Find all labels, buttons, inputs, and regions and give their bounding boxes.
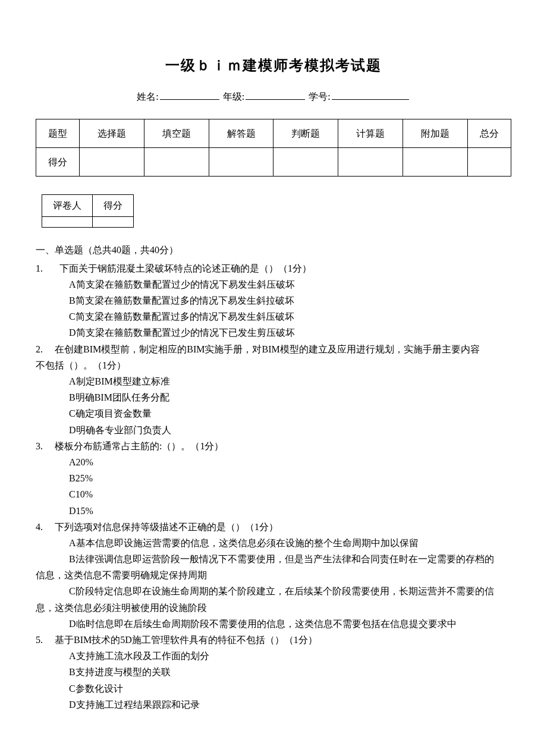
q4-option-b: B法律强调信息即运营阶段一般情况下不需要使用，但是当产生法律和合同责任时在一定需… xyxy=(36,551,511,567)
q5-option-d: D支持施工过程结果跟踪和记录 xyxy=(36,697,511,713)
q2-option-d: D明确各专业部门负责人 xyxy=(36,422,511,438)
q1-option-c: C简支梁在箍筋数量配置过多的情况下易发生斜压破坏 xyxy=(36,308,511,325)
grade-label: 年级: xyxy=(223,92,244,102)
q3-option-d: D15% xyxy=(36,503,511,519)
col-header: 计算题 xyxy=(338,119,403,147)
name-label: 姓名: xyxy=(137,92,158,102)
score-cell[interactable] xyxy=(80,148,144,177)
q1-stem: 下面关于钢筋混凝土梁破坏特点的论述正确的是（）（1分） xyxy=(59,263,312,273)
question-2: 2. 在创建BIM模型前，制定相应的BIM实施手册，对BIM模型的建立及应用进行… xyxy=(36,341,511,357)
q4-option-c-cont: 息，这类信息必须注明被使用的设施阶段 xyxy=(36,600,511,616)
student-info-line: 姓名: 年级: 学号: xyxy=(36,89,511,105)
q1-option-d: D简支梁在箍筋数量配置过少的情况下已发生剪压破坏 xyxy=(36,325,511,341)
q1-option-a: A简支梁在箍筋数量配置过少的情况下易发生斜压破坏 xyxy=(36,276,511,292)
q5-option-b: B支持进度与模型的关联 xyxy=(36,664,511,680)
q2-number: 2. xyxy=(36,341,52,357)
score-cell[interactable] xyxy=(144,148,209,177)
q4-option-c: C阶段特定信息即在设施生命周期的某个阶段建立，在后续某个阶段需要使用，长期运营并… xyxy=(36,583,511,599)
score-cell[interactable] xyxy=(338,148,403,177)
q4-number: 4. xyxy=(36,519,52,535)
grader-label: 评卷人 xyxy=(42,195,93,216)
q2-option-c: C确定项目资金数量 xyxy=(36,405,511,421)
q3-option-a: A20% xyxy=(36,454,511,470)
q1-number: 1. xyxy=(36,260,52,276)
col-header: 选择题 xyxy=(80,119,144,147)
question-3: 3. 楼板分布筋通常占主筋的:（）。（1分） xyxy=(36,438,511,454)
col-header: 总分 xyxy=(467,119,511,147)
q4-stem: 下列选项对信息保持等级描述不正确的是（）（1分） xyxy=(55,522,278,532)
score-cell[interactable] xyxy=(274,148,338,177)
q4-option-a: A基本信息即设施运营需要的信息，这类信息必须在设施的整个生命周期中加以保留 xyxy=(36,535,511,551)
question-4: 4. 下列选项对信息保持等级描述不正确的是（）（1分） xyxy=(36,519,511,535)
score-cell[interactable] xyxy=(467,148,511,177)
q3-option-b: B25% xyxy=(36,470,511,486)
page-title: 一级ｂｉｍ建模师考模拟考试题 xyxy=(36,53,511,78)
q1-option-b: B简支梁在箍筋数量配置过多的情况下易发生斜拉破坏 xyxy=(36,292,511,308)
q4-option-b-cont: 信息，这类信息不需要明确规定保持周期 xyxy=(36,567,511,583)
col-header: 判断题 xyxy=(274,119,338,147)
col-header: 填空题 xyxy=(144,119,209,147)
grade-blank[interactable] xyxy=(246,89,305,100)
q4-option-d: D临时信息即在后续生命周期阶段不需要使用的信息，这类信息不需要包括在信息提交要求… xyxy=(36,616,511,632)
score-cell[interactable] xyxy=(209,148,274,177)
grader-table: 评卷人 得分 xyxy=(42,194,134,227)
score-type-table: 题型 选择题 填空题 解答题 判断题 计算题 附加题 总分 得分 xyxy=(36,119,511,177)
score-cell[interactable] xyxy=(403,148,467,177)
q5-option-a: A支持施工流水段及工作面的划分 xyxy=(36,648,511,664)
grader-score-label: 得分 xyxy=(93,195,134,216)
col-header: 附加题 xyxy=(403,119,467,147)
q5-stem: 基于BIM技术的5D施工管理软件具有的特征不包括（）（1分） xyxy=(55,635,317,645)
q3-option-c: C10% xyxy=(36,486,511,502)
q5-option-c: C参数化设计 xyxy=(36,681,511,697)
q2-stem: 在创建BIM模型前，制定相应的BIM实施手册，对BIM模型的建立及应用进行规划，… xyxy=(55,344,480,354)
q2-option-a: A制定BIM模型建立标准 xyxy=(36,373,511,389)
q2-option-b: B明确BIM团队任务分配 xyxy=(36,389,511,405)
row-label: 得分 xyxy=(36,148,80,177)
question-1: 1. 下面关于钢筋混凝土梁破坏特点的论述正确的是（）（1分） xyxy=(36,260,511,276)
q5-number: 5. xyxy=(36,632,52,648)
grader-cell[interactable] xyxy=(42,216,93,227)
question-5: 5. 基于BIM技术的5D施工管理软件具有的特征不包括（）（1分） xyxy=(36,632,511,648)
grader-score-cell[interactable] xyxy=(93,216,134,227)
q3-number: 3. xyxy=(36,438,52,454)
section-1-title: 一、单选题（总共40题，共40分） xyxy=(36,242,511,258)
id-label: 学号: xyxy=(309,92,330,102)
q3-stem: 楼板分布筋通常占主筋的:（）。（1分） xyxy=(55,441,224,451)
name-blank[interactable] xyxy=(160,89,219,100)
id-blank[interactable] xyxy=(332,89,409,100)
col-header: 题型 xyxy=(36,119,80,147)
col-header: 解答题 xyxy=(209,119,274,147)
q2-stem-cont: 不包括（）。（1分） xyxy=(36,357,511,373)
